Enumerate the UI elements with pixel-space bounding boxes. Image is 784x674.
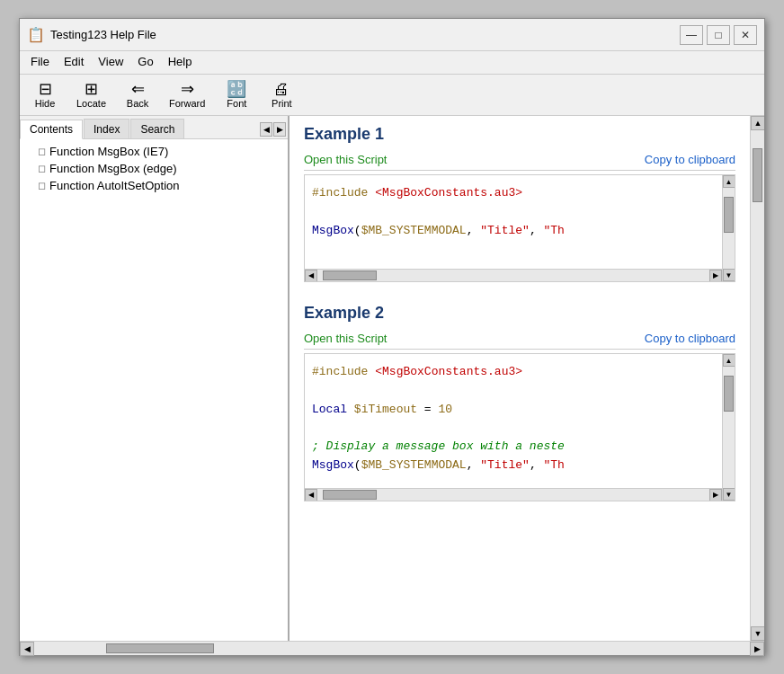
window-title: Testing123 Help File: [50, 28, 680, 41]
code-e2-local: Local: [312, 403, 347, 416]
code-e2-var: $iTimeout: [354, 403, 417, 416]
hscroll-thumb-1[interactable]: [323, 490, 377, 500]
bottom-scroll-thumb[interactable]: [106, 643, 214, 653]
vscroll-up-0[interactable]: ▲: [723, 175, 735, 188]
example-2-title: Example 2: [304, 304, 735, 323]
title-bar: 📋 Testing123 Help File — □ ✕: [20, 19, 764, 51]
tree-item-icon-0: ◻: [38, 146, 46, 157]
code-e2-comment-text: ; Display a message box with a neste: [312, 439, 565, 453]
content-wrapper: Example 1 Open this Script Copy to clipb…: [290, 116, 764, 641]
hscroll-left-1[interactable]: ◀: [305, 489, 317, 501]
code-e2-line-2: MsgBox($MB_SYSTEMMODAL, "Title", "Th: [312, 457, 727, 475]
tab-contents[interactable]: Contents: [20, 120, 83, 139]
hide-icon: ⊟: [39, 81, 52, 97]
example-2-code-box: #include <MsgBoxConstants.au3> Local $iT…: [304, 353, 735, 501]
tree-item-autoit[interactable]: ◻ Function AutoItSetOption: [20, 177, 288, 194]
tab-search[interactable]: Search: [130, 119, 184, 138]
back-icon: ⇐: [131, 81, 145, 97]
content-area[interactable]: Example 1 Open this Script Copy to clipb…: [290, 116, 750, 641]
code-e2-str1: "Title": [480, 458, 530, 472]
vscroll-down-1[interactable]: ▼: [723, 488, 735, 501]
code-e2-include-path: <MsgBoxConstants.au3>: [375, 365, 522, 378]
tree-item-label-1: Function MsgBox (edge): [49, 162, 177, 175]
tree-item-label-0: Function MsgBox (IE7): [49, 145, 168, 158]
example-1-code-scroll[interactable]: #include <MsgBoxConstants.au3> MsgBox($M…: [305, 175, 735, 281]
hscroll-right-1[interactable]: ▶: [709, 489, 722, 501]
example-2-toolbar: Open this Script Copy to clipboard: [304, 332, 735, 350]
tree-item-label-2: Function AutoItSetOption: [49, 179, 180, 192]
code-e2-str2: "Th: [543, 458, 564, 472]
example-2-open-script[interactable]: Open this Script: [304, 332, 388, 345]
locate-button[interactable]: ⊞ Locate: [68, 78, 114, 111]
code-e2-line-0: #include <MsgBoxConstants.au3>: [312, 363, 727, 382]
right-scroll-up[interactable]: ▲: [751, 116, 764, 130]
tree-item-msgbox-ie7[interactable]: ◻ Function MsgBox (IE7): [20, 143, 288, 160]
font-icon: 🔡: [227, 81, 246, 97]
toolbar: ⊟ Hide ⊞ Locate ⇐ Back ⇒ Forward 🔡 Font …: [20, 75, 764, 116]
vscroll-thumb-1[interactable]: [724, 376, 734, 412]
font-label: Font: [227, 98, 246, 109]
hide-button[interactable]: ⊟ Hide: [23, 78, 67, 111]
code-comma-0: ,: [467, 224, 481, 237]
code-paren-0: (: [354, 224, 361, 237]
hscroll-left-0[interactable]: ◀: [305, 270, 317, 282]
bottom-scroll-left[interactable]: ◀: [20, 642, 34, 656]
example-1-title: Example 1: [304, 125, 735, 144]
example-1-code-box: #include <MsgBoxConstants.au3> MsgBox($M…: [304, 174, 735, 282]
hscroll-track-0: [317, 270, 709, 281]
hide-label: Hide: [35, 98, 56, 109]
bottom-scroll-track: [34, 642, 750, 655]
menu-view[interactable]: View: [91, 53, 130, 72]
tree-item-icon-1: ◻: [38, 163, 46, 174]
code-const-0: $MB_SYSTEMMODAL: [361, 224, 467, 237]
locate-label: Locate: [76, 98, 106, 109]
vscroll-up-1[interactable]: ▲: [723, 354, 735, 367]
font-button[interactable]: 🔡 Font: [215, 78, 258, 111]
right-scroll-track: [751, 130, 764, 626]
bottom-scroll-right[interactable]: ▶: [750, 642, 764, 656]
vscroll-down-0[interactable]: ▼: [723, 269, 735, 281]
minimize-button[interactable]: —: [680, 25, 703, 45]
tree-item-msgbox-edge[interactable]: ◻ Function MsgBox (edge): [20, 160, 288, 177]
menu-edit[interactable]: Edit: [57, 53, 91, 72]
tab-prev-button[interactable]: ◀: [260, 122, 272, 137]
hscroll-thumb-0[interactable]: [323, 270, 377, 280]
example-2-vscroll: ▲ ▼: [722, 354, 735, 501]
menu-go[interactable]: Go: [130, 53, 160, 72]
vscroll-track-0: [723, 188, 735, 269]
code-e2-val: 10: [438, 403, 452, 416]
example-2-section: Example 2 Open this Script Copy to clipb…: [304, 304, 735, 501]
example-1-open-script[interactable]: Open this Script: [304, 153, 388, 166]
tab-next-button[interactable]: ▶: [273, 122, 286, 137]
back-button[interactable]: ⇐ Back: [116, 78, 159, 111]
vscroll-thumb-0[interactable]: [724, 197, 734, 233]
code-comma-1: ,: [530, 224, 544, 237]
back-label: Back: [127, 98, 148, 109]
example-2-code-scroll[interactable]: #include <MsgBoxConstants.au3> Local $iT…: [305, 354, 735, 501]
vscroll-track-1: [723, 367, 735, 488]
menu-help[interactable]: Help: [161, 53, 200, 72]
print-button[interactable]: 🖨 Print: [260, 78, 303, 111]
code-e2-include: #include: [312, 365, 368, 378]
tab-nav: ◀ ▶: [260, 122, 288, 137]
code-e2-line-1: Local $iTimeout = 10: [312, 401, 727, 420]
example-1-vscroll: ▲ ▼: [722, 175, 735, 281]
example-2-copy-clipboard[interactable]: Copy to clipboard: [645, 332, 735, 345]
right-scroll-down[interactable]: ▼: [751, 626, 764, 641]
menu-file[interactable]: File: [23, 53, 57, 72]
right-scroll-thumb[interactable]: [753, 148, 762, 202]
main-window: 📋 Testing123 Help File — □ ✕ File Edit V…: [19, 18, 765, 656]
close-button[interactable]: ✕: [734, 25, 757, 45]
code-e2-blank-1: [312, 419, 727, 438]
example-1-copy-clipboard[interactable]: Copy to clipboard: [645, 153, 735, 166]
forward-button[interactable]: ⇒ Forward: [161, 78, 213, 111]
code-line-1: MsgBox($MB_SYSTEMMODAL, "Title", "Th: [312, 222, 727, 241]
example-1-hscroll: ◀ ▶: [305, 269, 722, 281]
right-scrollbar: ▲ ▼: [750, 116, 764, 641]
maximize-button[interactable]: □: [707, 25, 730, 45]
hscroll-right-0[interactable]: ▶: [709, 270, 722, 282]
code-e2-paren: (: [354, 458, 361, 472]
tab-bar: Contents Index Search ◀ ▶: [20, 116, 288, 139]
tab-index[interactable]: Index: [84, 119, 129, 138]
print-icon: 🖨: [273, 81, 290, 97]
